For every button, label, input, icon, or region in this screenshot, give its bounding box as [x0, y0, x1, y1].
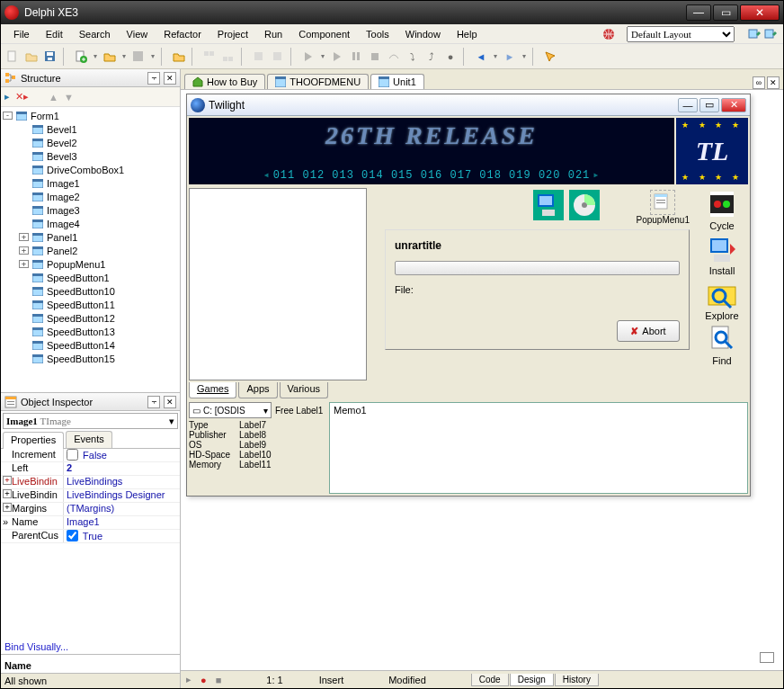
tree-item[interactable]: SpeedButton14 — [1, 338, 180, 352]
tree-item[interactable]: DriveComboBox1 — [1, 163, 180, 176]
object-selector[interactable]: Image1 TImage ▾ — [3, 413, 178, 429]
open-icon[interactable] — [23, 49, 40, 65]
tree-item[interactable]: SpeedButton1 — [1, 271, 180, 284]
menu-tools[interactable]: Tools — [359, 27, 396, 41]
disc-icon[interactable] — [569, 190, 600, 220]
structure-pin-icon[interactable]: ⫟ — [147, 72, 160, 85]
step-out-icon[interactable]: ⤴ — [423, 49, 440, 65]
structure-close-icon[interactable]: ✕ — [164, 72, 176, 85]
group4-icon[interactable] — [270, 49, 286, 65]
computer-icon[interactable] — [533, 190, 564, 220]
menu-edit[interactable]: Edit — [39, 27, 70, 41]
tree-item[interactable]: SpeedButton12 — [1, 311, 180, 325]
tree-form1[interactable]: Form1 — [31, 111, 59, 121]
group3-icon[interactable] — [251, 49, 267, 65]
save-project-icon[interactable] — [130, 49, 147, 65]
tab-history[interactable]: History — [555, 674, 599, 686]
dform-min-button[interactable]: — — [678, 98, 698, 112]
folder-icon[interactable] — [171, 49, 187, 65]
dform-close-button[interactable]: ✕ — [721, 98, 746, 112]
menu-component[interactable]: Component — [291, 27, 357, 41]
run-nodebug-icon[interactable] — [329, 49, 345, 65]
tree-item[interactable]: Image1 — [1, 176, 180, 190]
minimize-button[interactable]: — — [686, 4, 711, 21]
prop-row[interactable]: LiveBindinLiveBindings Designer — [1, 489, 180, 503]
struct-down-icon[interactable]: ▼ — [64, 92, 74, 103]
step-into-icon[interactable]: ⤵ — [405, 49, 421, 65]
save-layout-icon[interactable] — [747, 27, 762, 41]
group1-icon[interactable] — [201, 49, 218, 65]
save-icon[interactable] — [42, 49, 58, 65]
tree-item[interactable]: +PopupMenu1 — [1, 257, 180, 271]
close-button[interactable]: ✕ — [740, 4, 780, 21]
structure-tree[interactable]: -Form1 Bevel1Bevel2Bevel3DriveComboBox1I… — [1, 107, 180, 392]
designed-form[interactable]: Twilight — ▭ ✕ 26TH RELEASE ◂011 012 013… — [186, 94, 751, 497]
tree-item[interactable]: Image2 — [1, 190, 180, 203]
group2-icon[interactable] — [220, 49, 236, 65]
menu-window[interactable]: Window — [398, 27, 448, 41]
tree-item[interactable]: SpeedButton11 — [1, 298, 180, 311]
tree-item[interactable]: +Panel2 — [1, 244, 180, 257]
step-over-icon[interactable] — [386, 49, 402, 65]
bind-visually-link[interactable]: Bind Visually... — [1, 640, 180, 654]
tree-item[interactable]: +Panel1 — [1, 230, 180, 244]
inspector-pin-icon[interactable]: ⫟ — [147, 396, 160, 408]
layout-combo[interactable]: Default Layout — [627, 26, 735, 42]
prop-row[interactable]: NameImage1 — [1, 516, 180, 530]
tab-apps[interactable]: Apps — [238, 382, 277, 398]
memo[interactable]: Memo1 — [329, 402, 748, 494]
tree-item[interactable]: Bevel1 — [1, 122, 180, 136]
menu-project[interactable]: Project — [210, 27, 255, 41]
tree-item[interactable]: SpeedButton15 — [1, 352, 180, 365]
tree-item[interactable]: SpeedButton13 — [1, 325, 180, 338]
prop-row[interactable]: Increment False — [1, 449, 180, 462]
abort-button[interactable]: ✘ Abort — [617, 320, 680, 342]
prop-row[interactable]: LiveBindinLiveBindings — [1, 476, 180, 489]
new-icon[interactable] — [4, 49, 21, 65]
struct-up-icon[interactable]: ▲ — [49, 92, 58, 103]
explore-icon[interactable] — [707, 280, 737, 310]
popupmenu-icon[interactable] — [650, 190, 675, 215]
struct-expand-icon[interactable]: ▸ — [4, 91, 10, 103]
file-tab[interactable]: THOOFDMENU — [267, 74, 369, 89]
load-layout-icon[interactable] — [763, 27, 778, 41]
design-surface[interactable]: Twilight — ▭ ✕ 26TH RELEASE ◂011 012 013… — [181, 89, 783, 670]
tree-item[interactable]: Image3 — [1, 203, 180, 217]
cycle-icon[interactable] — [707, 190, 737, 220]
drive-combo[interactable]: ▭C: [OSDIS▾ — [189, 402, 272, 418]
sb-arrow-icon[interactable]: ▸ — [186, 674, 192, 685]
run-icon[interactable] — [300, 49, 316, 65]
list-box[interactable] — [189, 188, 367, 380]
prop-row[interactable]: ParentCus True — [1, 530, 180, 543]
menu-help[interactable]: Help — [450, 27, 485, 41]
prop-row[interactable]: Margins(TMargins) — [1, 503, 180, 516]
menu-search[interactable]: Search — [72, 27, 118, 41]
fwd-icon[interactable]: ► — [502, 49, 518, 65]
tab-properties[interactable]: Properties — [3, 432, 64, 449]
tree-item[interactable]: SpeedButton10 — [1, 284, 180, 298]
file-tab[interactable]: Unit1 — [370, 74, 424, 89]
resize-handle-icon[interactable] — [760, 652, 774, 663]
tab-games[interactable]: Games — [189, 382, 236, 398]
sb-record-icon[interactable]: ● — [200, 675, 207, 685]
property-grid[interactable]: Increment FalseLeft2LiveBindinLiveBindin… — [1, 449, 180, 640]
tab-various[interactable]: Various — [280, 382, 328, 398]
tabs-close-icon[interactable]: ✕ — [767, 76, 780, 89]
struct-delete-icon[interactable]: ✕▸ — [15, 91, 29, 103]
breakpoint-icon[interactable]: ● — [442, 49, 459, 65]
install-icon[interactable] — [707, 235, 737, 265]
find-icon[interactable] — [707, 325, 737, 355]
prop-row[interactable]: Left2 — [1, 462, 180, 476]
help-icon[interactable] — [542, 49, 558, 65]
tree-item[interactable]: Bevel3 — [1, 149, 180, 163]
pause-icon[interactable] — [348, 49, 364, 65]
menu-file[interactable]: File — [6, 27, 37, 41]
menu-run[interactable]: Run — [257, 27, 290, 41]
add-file-icon[interactable] — [73, 49, 89, 65]
tab-code[interactable]: Code — [471, 674, 509, 686]
open-project-icon[interactable] — [102, 49, 118, 65]
tree-item[interactable]: Image4 — [1, 217, 180, 230]
globe-icon[interactable] — [601, 27, 616, 41]
tabs-expand-icon[interactable]: ∞ — [753, 76, 765, 89]
back-icon[interactable]: ◄ — [473, 49, 489, 65]
